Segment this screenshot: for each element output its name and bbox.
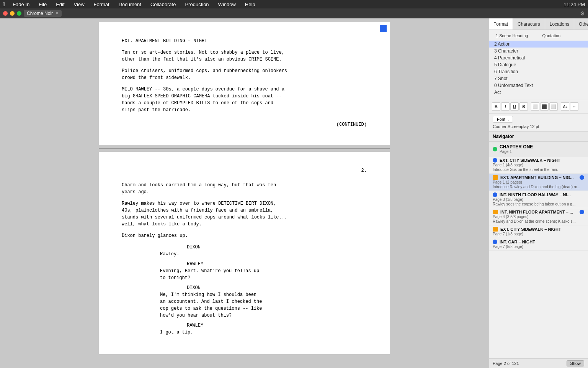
action-para-2: Police cruisers, uniformed cops, and rub…: [122, 67, 367, 81]
menu-window[interactable]: Window: [217, 1, 237, 8]
document-tab[interactable]: Chrome Noir ✕: [24, 10, 62, 17]
action-para-5: Rawley makes his way over to where DETEC…: [122, 200, 367, 228]
show-button[interactable]: Show: [567, 360, 584, 366]
nav-page-1: Page 1 (4/8 page): [493, 163, 584, 167]
format-tabs: Format Characters Locations Other: [489, 18, 588, 30]
action-para-4: Charm and looks carried him a long way, …: [122, 182, 367, 196]
menu-help[interactable]: Help: [243, 1, 257, 8]
arrows-button[interactable]: ↔: [570, 102, 578, 111]
bold-button[interactable]: B: [492, 102, 500, 111]
navigator-footer: Page 2 of 121 Show: [489, 358, 588, 368]
format-transition[interactable]: 6 Transition: [489, 68, 588, 75]
titlebar: Chrome Noir ✕ ⚙: [0, 8, 588, 18]
format-action[interactable]: 2 Action: [489, 41, 588, 48]
nav-desc-4: Rawley and Dixon at the crime scene; Kla…: [493, 219, 584, 223]
nav-page-2: Page 1 (2 pages): [493, 180, 584, 184]
tab-title-text: Chrome Noir: [27, 11, 53, 16]
nav-item-city-sidewalk-2[interactable]: EXT. CITY SIDEWALK – NIGHT Page 7 (1/8 p…: [489, 225, 588, 238]
font-button[interactable]: Font...: [493, 116, 513, 123]
nav-item-city-sidewalk-1[interactable]: EXT. CITY SIDEWALK – NIGHT Page 1 (4/8 p…: [489, 156, 588, 174]
dialogue-dixon-1: Rawley.: [160, 251, 328, 258]
italic-button[interactable]: I: [501, 102, 510, 111]
format-parenthetical[interactable]: 4 Parenthetical: [489, 54, 588, 61]
align-center-button[interactable]: ⬛: [540, 102, 549, 111]
chapter-title: CHAPTER ONE: [500, 144, 533, 150]
format-character[interactable]: 3 Character: [489, 48, 588, 54]
fullscreen-button[interactable]: [17, 11, 21, 16]
nav-title-1: EXT. CITY SIDEWALK – NIGHT: [500, 158, 584, 163]
nav-title-2: EXT. APARTMENT BUILDING – NIG...: [500, 175, 577, 180]
nav-item-car-night[interactable]: INT. CAR – NIGHT Page 7 (5/8 page): [489, 238, 588, 251]
dialogue-dixon-2: Me, I'm thinking how I shoulda been an a…: [160, 291, 328, 319]
tab-locations[interactable]: Locations: [545, 18, 574, 30]
menu-edit[interactable]: Edit: [54, 1, 66, 8]
font-size-button[interactable]: Aₐ: [561, 102, 569, 111]
tab-other[interactable]: Other: [574, 18, 588, 30]
page-indicator: Page 2 of 121: [493, 361, 519, 366]
menu-format[interactable]: Format: [92, 1, 111, 8]
right-panel: Format Characters Locations Other 1 Scen…: [488, 18, 588, 368]
navigator-chapter: CHAPTER ONE Page 1: [489, 142, 588, 156]
menu-collaborate[interactable]: Collaborate: [149, 1, 178, 8]
minimize-button[interactable]: [10, 11, 15, 16]
traffic-lights: [3, 11, 21, 16]
format-scene-heading[interactable]: 1 Scene Heading: [493, 33, 537, 38]
script-page-2: 2. Charm and looks carried him a long wa…: [99, 152, 390, 354]
nav-folder-5: [493, 227, 498, 232]
underlined-text: what looks like a body: [138, 222, 199, 227]
nav-folder-4: [493, 210, 498, 214]
nav-desc-3: Rawley sees the corpse being taken out o…: [493, 202, 584, 206]
character-rawley-1: RAWLEY: [187, 261, 367, 268]
settings-icon[interactable]: ⚙: [580, 10, 585, 16]
nav-title-5: EXT. CITY SIDEWALK – NIGHT: [500, 227, 584, 232]
nav-item-ninth-floor-hallway[interactable]: INT. NINTH FLOOR HALLWAY – NI... Page 3 …: [489, 191, 588, 208]
format-shot[interactable]: 7 Shot: [489, 75, 588, 82]
character-dixon-1: DIXON: [187, 244, 367, 251]
page-number-2: 2.: [122, 167, 367, 174]
format-dialogue[interactable]: 5 Dialogue: [489, 61, 588, 68]
dialogue-rawley-2: I got a tip.: [160, 329, 328, 336]
menu-fadein[interactable]: Fade In: [11, 1, 31, 8]
system-time: 11:24 PM: [564, 2, 585, 7]
menu-production[interactable]: Production: [183, 1, 210, 8]
dialogue-rawley-1: Evening, Bert. What're you fellas up to …: [160, 268, 328, 281]
nav-item-ninth-floor-apartment[interactable]: INT. NINTH FLOOR APARTMENT – ... Page 4 …: [489, 208, 588, 225]
tab-format[interactable]: Format: [489, 18, 513, 30]
main-layout: EXT. APARTMENT BUILDING – NIGHT Ten or s…: [0, 18, 588, 368]
align-right-button[interactable]: ⬜: [549, 102, 558, 111]
action-para-3: MILO RAWLEY -- 30s, a couple days overdu…: [122, 86, 367, 113]
nav-page-3: Page 3 (1/8 page): [493, 197, 584, 202]
format-act[interactable]: Act: [489, 89, 588, 96]
tab-close-button[interactable]: ✕: [55, 11, 59, 16]
close-button[interactable]: [3, 11, 8, 16]
script-area: EXT. APARTMENT BUILDING – NIGHT Ten or s…: [0, 18, 488, 368]
character-rawley-2: RAWLEY: [187, 322, 367, 329]
menu-file[interactable]: File: [37, 1, 48, 8]
format-unformatted[interactable]: 0 Unformatted Text: [489, 82, 588, 89]
script-page-1: EXT. APARTMENT BUILDING – NIGHT Ten or s…: [99, 22, 390, 145]
navigator: Navigator CHAPTER ONE Page 1 EXT. CITY S…: [489, 131, 588, 358]
menu-view[interactable]: View: [72, 1, 86, 8]
strikethrough-button[interactable]: S: [519, 102, 528, 111]
tab-characters[interactable]: Characters: [513, 18, 545, 30]
format-quotation[interactable]: Quotation: [540, 33, 584, 38]
menu-document[interactable]: Document: [117, 1, 143, 8]
action-para-1: Ten or so art-deco stories. Not too shab…: [122, 49, 367, 63]
action-para-6: Dixon barely glances up.: [122, 232, 367, 239]
page-marker: [380, 25, 387, 32]
menubar:  Fade In File Edit View Format Document…: [0, 0, 588, 8]
nav-desc-1: Introduce Gus on the street in the rain.: [493, 168, 584, 172]
nav-dot-4: [580, 210, 584, 214]
nav-item-apartment[interactable]: EXT. APARTMENT BUILDING – NIG... Page 1 …: [489, 174, 588, 191]
nav-folder-2: [493, 175, 498, 180]
format-list: 2 Action 3 Character 4 Parenthetical 5 D…: [489, 39, 588, 97]
apple-icon[interactable]: : [3, 1, 5, 7]
nav-page-6: Page 7 (5/8 page): [493, 245, 584, 249]
nav-title-3: INT. NINTH FLOOR HALLWAY – NI...: [500, 192, 584, 197]
font-name-display: Courier Screenplay 12 pt: [493, 124, 584, 129]
underline-button[interactable]: U: [510, 102, 519, 111]
nav-dot-2: [580, 175, 584, 180]
chapter-page: Page 1: [500, 150, 533, 154]
format-toolbar: B I U S ⬜ ⬛ ⬜ Aₐ ↔: [489, 100, 588, 113]
align-left-button[interactable]: ⬜: [531, 102, 539, 111]
